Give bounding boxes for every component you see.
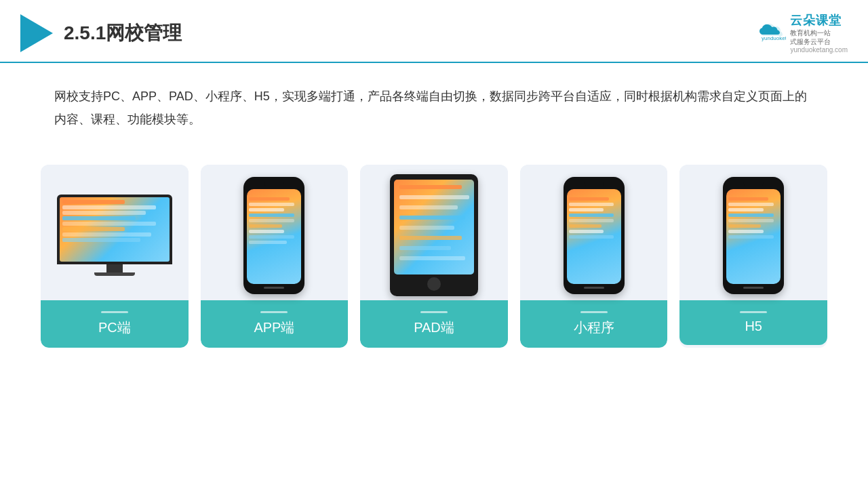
divider xyxy=(740,311,767,313)
tablet-home-button xyxy=(427,277,441,291)
description-paragraph: 网校支持PC、APP、PAD、小程序、H5，实现多端打通，产品各终端自由切换，数… xyxy=(54,85,814,131)
card-pc: PC端 xyxy=(41,165,189,348)
card-app-image xyxy=(201,165,349,300)
cloud-icon: yunduoketang.com xyxy=(756,21,786,45)
phone-mockup-app xyxy=(243,177,304,294)
divider xyxy=(101,311,128,313)
brand-text: 云朵课堂 教育机构一站 式服务云平台 yunduoketang.com xyxy=(790,12,848,54)
card-pad-label: PAD端 xyxy=(360,300,508,348)
card-h5-image xyxy=(679,165,827,300)
pc-mockup xyxy=(57,195,172,276)
phone-home-bar xyxy=(584,287,604,289)
phone-notch xyxy=(264,182,284,186)
brand-name: 云朵课堂 xyxy=(790,12,842,28)
header-left: 2.5.1网校管理 xyxy=(20,14,182,52)
header: 2.5.1网校管理 yunduoketang.com 云朵课堂 教育机构一站 式… xyxy=(0,0,868,63)
phone-mockup-h5 xyxy=(723,177,784,294)
logo-triangle-icon xyxy=(20,14,53,52)
tablet-mockup xyxy=(390,174,478,296)
brand-slogan: 教育机构一站 式服务云平台 xyxy=(790,28,831,46)
card-h5: H5 xyxy=(679,165,827,348)
phone-home-bar xyxy=(264,287,284,289)
phone-home-bar xyxy=(743,287,764,289)
svg-text:yunduoketang.com: yunduoketang.com xyxy=(762,35,786,41)
brand-logo: yunduoketang.com 云朵课堂 教育机构一站 式服务云平台 yund… xyxy=(756,12,848,54)
label-text: PC端 xyxy=(98,320,131,335)
phone-mockup-mini xyxy=(564,177,625,294)
card-miniprogram-label: 小程序 xyxy=(520,300,668,348)
label-text: APP端 xyxy=(254,320,294,335)
phone-notch xyxy=(743,182,764,186)
label-text: H5 xyxy=(745,319,762,333)
divider xyxy=(260,311,288,313)
page-title: 2.5.1网校管理 xyxy=(64,20,182,46)
card-pad-image xyxy=(360,165,508,300)
cards-container: PC端 xyxy=(0,151,868,361)
label-text: PAD端 xyxy=(414,320,454,335)
card-miniprogram: 小程序 xyxy=(520,165,668,348)
header-right: yunduoketang.com 云朵课堂 教育机构一站 式服务云平台 yund… xyxy=(756,12,848,54)
description-text: 网校支持PC、APP、PAD、小程序、H5，实现多端打通，产品各终端自由切换，数… xyxy=(0,63,868,144)
card-pad: PAD端 xyxy=(360,165,508,348)
card-miniprogram-image xyxy=(520,165,668,300)
divider xyxy=(420,311,448,313)
label-text: 小程序 xyxy=(574,320,614,335)
phone-notch xyxy=(584,182,604,186)
card-app-label: APP端 xyxy=(201,300,349,348)
brand-url: yunduoketang.com xyxy=(790,46,848,54)
card-pc-image xyxy=(41,165,189,300)
divider xyxy=(580,311,608,313)
card-pc-label: PC端 xyxy=(41,300,189,348)
card-h5-label: H5 xyxy=(679,300,827,345)
card-app: APP端 xyxy=(201,165,349,348)
